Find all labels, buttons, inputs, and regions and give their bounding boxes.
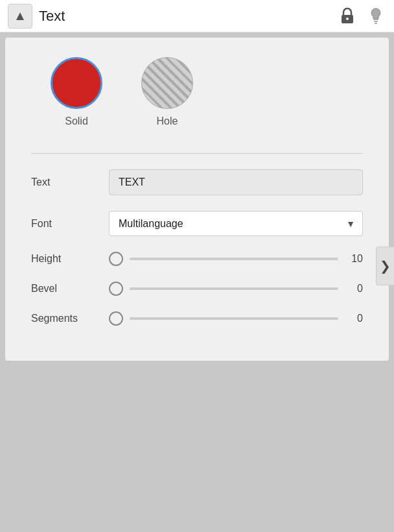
segments-slider-handle[interactable] xyxy=(109,311,123,326)
text-input[interactable] xyxy=(109,169,363,195)
font-row: Font Multilanguage Arial Times New Roman… xyxy=(31,211,363,236)
side-chevron-button[interactable]: ❯ xyxy=(376,247,394,285)
text-row: Text xyxy=(31,169,363,195)
solid-label: Solid xyxy=(65,115,88,127)
height-slider-control: 10 xyxy=(109,252,363,266)
shape-selector: Solid Hole xyxy=(31,57,363,127)
back-button[interactable] xyxy=(8,4,32,29)
solid-shape-option[interactable]: Solid xyxy=(51,57,102,127)
bevel-slider-control: 0 xyxy=(109,282,363,296)
segments-value: 0 xyxy=(345,313,363,324)
segments-label: Segments xyxy=(31,313,109,324)
header-bar: Text xyxy=(0,0,394,32)
page-title: Text xyxy=(39,8,330,25)
height-slider-track[interactable] xyxy=(130,258,338,260)
font-select-wrapper: Multilanguage Arial Times New Roman Helv… xyxy=(109,211,363,236)
segments-slider-track[interactable] xyxy=(130,317,338,320)
text-field-control xyxy=(109,169,363,195)
height-slider-row: 10 xyxy=(109,252,363,266)
main-panel: Solid Hole Text Font Multilanguage Arial… xyxy=(5,38,389,361)
segments-slider-row: 0 xyxy=(109,311,363,326)
font-field-label: Font xyxy=(31,218,109,230)
svg-point-2 xyxy=(346,18,349,20)
bevel-slider-row: 0 xyxy=(109,282,363,296)
height-value: 10 xyxy=(345,253,363,265)
lock-icon[interactable] xyxy=(337,6,358,27)
segments-slider-control: 0 xyxy=(109,311,363,326)
solid-circle xyxy=(51,57,102,109)
bevel-value: 0 xyxy=(345,283,363,295)
bevel-slider-handle[interactable] xyxy=(109,282,123,296)
height-label: Height xyxy=(31,253,109,265)
svg-rect-3 xyxy=(373,19,378,20)
text-field-label: Text xyxy=(31,176,109,188)
lightbulb-icon[interactable] xyxy=(365,6,386,27)
height-row: Height 10 xyxy=(31,252,363,266)
panel-wrapper: Text xyxy=(0,0,394,532)
svg-rect-5 xyxy=(375,23,377,24)
segments-row: Segments 0 xyxy=(31,311,363,326)
hole-label: Hole xyxy=(157,115,178,127)
bevel-slider-track[interactable] xyxy=(130,287,338,290)
height-slider-handle[interactable] xyxy=(109,252,123,266)
hole-shape-option[interactable]: Hole xyxy=(141,57,193,127)
hole-circle xyxy=(141,57,193,109)
divider xyxy=(31,153,363,154)
svg-rect-4 xyxy=(374,21,378,22)
bevel-label: Bevel xyxy=(31,283,109,295)
bevel-row: Bevel 0 xyxy=(31,282,363,296)
chevron-right-icon: ❯ xyxy=(380,258,391,274)
svg-marker-0 xyxy=(16,12,24,20)
header-icons xyxy=(337,6,386,27)
font-select[interactable]: Multilanguage Arial Times New Roman Helv… xyxy=(109,211,363,236)
